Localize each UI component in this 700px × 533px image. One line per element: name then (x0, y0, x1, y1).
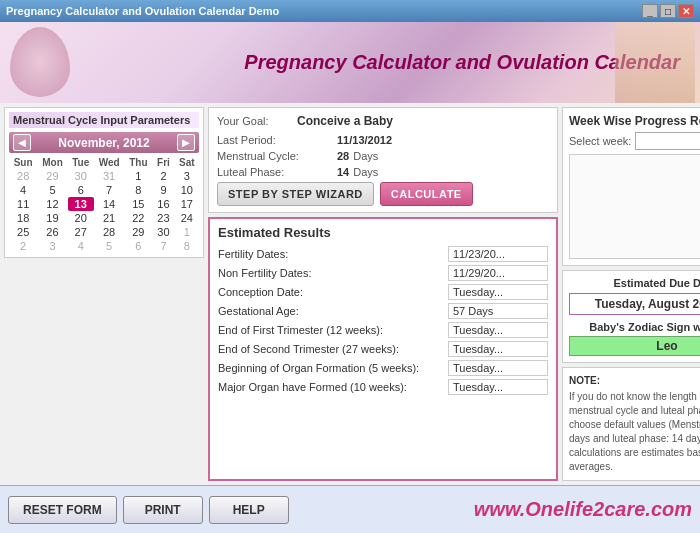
note-text: If you do not know the length of your me… (569, 390, 700, 474)
minimize-button[interactable]: _ (642, 4, 658, 18)
result-row: Conception Date:Tuesday... (218, 284, 548, 300)
calendar-day[interactable]: 13 (68, 197, 94, 211)
last-period-label: Last Period: (217, 134, 337, 146)
result-label: Non Fertility Dates: (218, 267, 448, 279)
luteal-phase-label: Luteal Phase: (217, 166, 337, 178)
result-value: Tuesday... (448, 284, 548, 300)
week-report: Week Wise Progress Report Select week: (562, 107, 700, 266)
title-bar: Pregnancy Calculator and Ovulation Calen… (0, 0, 700, 22)
title-bar-buttons: _ □ ✕ (642, 4, 694, 18)
calendar-day[interactable]: 21 (94, 211, 125, 225)
calendar-day[interactable]: 3 (175, 169, 199, 183)
calendar-day[interactable]: 25 (9, 225, 37, 239)
calendar-day[interactable]: 24 (175, 211, 199, 225)
calendar-day[interactable]: 30 (152, 225, 175, 239)
luteal-phase-row: Luteal Phase: 14 Days (217, 166, 549, 178)
calendar-month-year: November, 2012 (58, 136, 149, 150)
calendar-day[interactable]: 5 (94, 239, 125, 253)
header-logo-left (10, 27, 70, 97)
menstrual-cycle-unit: Days (353, 150, 378, 162)
result-label: End of First Trimester (12 weeks): (218, 324, 448, 336)
result-row: Non Fertility Dates:11/29/20... (218, 265, 548, 281)
result-row: Major Organ have Formed (10 weeks):Tuesd… (218, 379, 548, 395)
result-label: End of Second Trimester (27 weeks): (218, 343, 448, 355)
calendar-day[interactable]: 22 (125, 211, 153, 225)
note-title: NOTE: (569, 374, 700, 388)
calendar-day[interactable]: 12 (37, 197, 67, 211)
calendar-day[interactable]: 6 (125, 239, 153, 253)
calendar-day[interactable]: 29 (37, 169, 67, 183)
calendar-day[interactable]: 28 (94, 225, 125, 239)
header-banner: Pregnancy Calculator and Ovulation Calen… (0, 22, 700, 103)
calendar-day[interactable]: 28 (9, 169, 37, 183)
calendar-navigation: ◄ November, 2012 ► (9, 132, 199, 153)
result-value: Tuesday... (448, 379, 548, 395)
calendar-day[interactable]: 26 (37, 225, 67, 239)
due-date-value: Tuesday, August 20, 2013 (569, 293, 700, 315)
calendar-day[interactable]: 31 (94, 169, 125, 183)
luteal-phase-unit: Days (353, 166, 378, 178)
results-rows: Fertility Dates:11/23/20...Non Fertility… (218, 246, 548, 395)
result-row: Fertility Dates:11/23/20... (218, 246, 548, 262)
result-label: Major Organ have Formed (10 weeks): (218, 381, 448, 393)
calendar-day[interactable]: 6 (68, 183, 94, 197)
calendar-day[interactable]: 9 (152, 183, 175, 197)
bottom-bar: Reset Form Print Help www.Onelife2care.c… (0, 485, 700, 533)
calendar-day[interactable]: 27 (68, 225, 94, 239)
calendar-day[interactable]: 11 (9, 197, 37, 211)
results-section: Estimated Results Fertility Dates:11/23/… (208, 217, 558, 481)
close-button[interactable]: ✕ (678, 4, 694, 18)
calendar-day[interactable]: 30 (68, 169, 94, 183)
step-by-step-wizard-button[interactable]: Step by Step Wizard (217, 182, 374, 206)
week-select-label: Select week: (569, 135, 631, 147)
result-label: Beginning of Organ Formation (5 weeks): (218, 362, 448, 374)
calendar-day[interactable]: 15 (125, 197, 153, 211)
week-select-input[interactable] (635, 132, 700, 150)
calendar-day[interactable]: 2 (152, 169, 175, 183)
calendar-prev-button[interactable]: ◄ (13, 134, 31, 151)
calendar-day[interactable]: 5 (37, 183, 67, 197)
result-value: Tuesday... (448, 322, 548, 338)
calendar-day[interactable]: 16 (152, 197, 175, 211)
zodiac-title: Baby's Zodiac Sign would be: (569, 321, 700, 333)
calendar-day[interactable]: 14 (94, 197, 125, 211)
calendar-next-button[interactable]: ► (177, 134, 195, 151)
maximize-button[interactable]: □ (660, 4, 676, 18)
menstrual-cycle-label: Menstrual Cycle: (217, 150, 337, 162)
header-logo-right (615, 22, 695, 103)
brand-text: www.Onelife2care.com (295, 498, 692, 521)
calendar-day[interactable]: 18 (9, 211, 37, 225)
luteal-phase-value: 14 (337, 166, 349, 178)
calendar-day[interactable]: 19 (37, 211, 67, 225)
week-report-title: Week Wise Progress Report (569, 114, 700, 128)
calendar-day[interactable]: 23 (152, 211, 175, 225)
result-label: Conception Date: (218, 286, 448, 298)
help-button[interactable]: Help (209, 496, 289, 524)
calendar-day[interactable]: 8 (125, 183, 153, 197)
calendar-day[interactable]: 1 (175, 225, 199, 239)
calendar-day[interactable]: 1 (125, 169, 153, 183)
calendar-day[interactable]: 10 (175, 183, 199, 197)
calendar-day[interactable]: 4 (68, 239, 94, 253)
calendar-day[interactable]: 17 (175, 197, 199, 211)
due-date-section: Estimated Due Date: Tuesday, August 20, … (562, 270, 700, 363)
result-value: Tuesday... (448, 360, 548, 376)
reset-form-button[interactable]: Reset Form (8, 496, 117, 524)
calendar-day[interactable]: 7 (94, 183, 125, 197)
calendar-day[interactable]: 7 (152, 239, 175, 253)
week-report-area (569, 154, 700, 259)
result-row: Beginning of Organ Formation (5 weeks):T… (218, 360, 548, 376)
calculate-button[interactable]: Calculate (380, 182, 473, 206)
calendar-day[interactable]: 4 (9, 183, 37, 197)
print-button[interactable]: Print (123, 496, 203, 524)
calendar-day[interactable]: 3 (37, 239, 67, 253)
calendar-day-header: Sat (175, 156, 199, 169)
calendar-day[interactable]: 29 (125, 225, 153, 239)
left-panel: Menstrual Cycle Input Parameters ◄ Novem… (4, 107, 204, 481)
calendar-day[interactable]: 2 (9, 239, 37, 253)
title-bar-text: Pregnancy Calculator and Ovulation Calen… (6, 5, 279, 17)
due-date-title: Estimated Due Date: (569, 277, 700, 289)
calendar-day[interactable]: 20 (68, 211, 94, 225)
calendar-grid: SunMonTueWedThuFriSat 282930311234567891… (9, 156, 199, 253)
calendar-day[interactable]: 8 (175, 239, 199, 253)
